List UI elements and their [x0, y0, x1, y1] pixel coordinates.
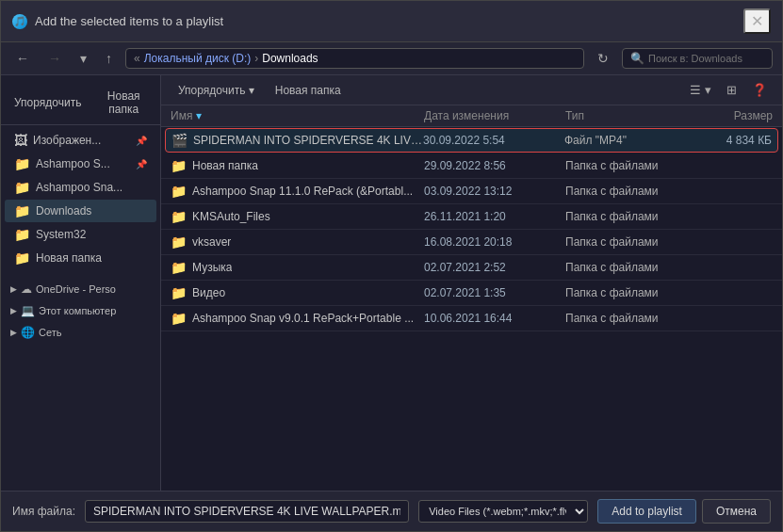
dialog-title: Add the selected items to a playlist	[35, 14, 223, 28]
group-label: OneDrive - Perso	[36, 283, 116, 295]
sidebar-group-onedrive[interactable]: ▶ ☁ OneDrive - Perso	[5, 279, 156, 299]
network-icon: 🌐	[21, 326, 35, 339]
folder-icon: 📁	[171, 184, 187, 199]
file-date: 02.07.2021 2:52	[424, 261, 565, 274]
table-row[interactable]: 🎬 SPIDERMAN INTO SPIDERVERSE 4K LIVE ...…	[165, 128, 778, 153]
table-row[interactable]: 📁 Новая папка 29.09.2022 8:56 Папка с фа…	[161, 153, 782, 179]
help-button[interactable]: ❓	[746, 80, 773, 100]
file-name: Новая папка	[192, 159, 258, 172]
search-input[interactable]	[648, 53, 764, 64]
file-name: Ashampoo Snap 11.1.0 RePack (&Portabl...	[192, 185, 413, 198]
sidebar-item-label: Новая папка	[36, 251, 147, 265]
up-button[interactable]: ↑	[100, 48, 118, 69]
folder-icon: 📁	[14, 156, 30, 171]
close-button[interactable]: ✕	[743, 8, 771, 34]
sidebar-item-label: Ashampoo Sna...	[36, 181, 147, 194]
table-row[interactable]: 📁 Видео 02.07.2021 1:35 Папка с файлами	[161, 281, 782, 306]
sort-arrow-icon: ▾	[196, 109, 202, 122]
table-row[interactable]: 📁 KMSAuto_Files 26.11.2021 1:20 Папка с …	[161, 204, 782, 230]
search-icon: 🔍	[630, 52, 644, 65]
folder-icon: 📁	[171, 158, 187, 173]
sidebar-item-novaya[interactable]: 📁 Новая папка	[5, 247, 156, 269]
new-folder-button[interactable]: Новая папка	[268, 81, 349, 100]
folder-icon: 📁	[14, 227, 30, 242]
file-date: 10.06.2021 16:44	[424, 312, 565, 325]
file-toolbar-left: Упорядочить ▾ Новая папка	[171, 81, 349, 100]
header-name[interactable]: Имя ▾	[171, 109, 424, 122]
sidebar-group-thispc[interactable]: ▶ 💻 Этот компьютер	[5, 300, 156, 321]
folder-icon: 📁	[171, 260, 187, 275]
back-button[interactable]: ←	[10, 48, 35, 69]
file-date: 30.09.2022 5:54	[423, 134, 564, 147]
app-icon: 🎵	[12, 14, 27, 29]
breadcrumb-current: Downloads	[262, 52, 318, 65]
sidebar-item-system32[interactable]: 📁 System32	[5, 223, 156, 246]
chevron-right-icon: ▶	[10, 284, 17, 294]
file-name: SPIDERMAN INTO SPIDERVERSE 4K LIVE ...	[193, 134, 423, 147]
cancel-button[interactable]: Отмена	[702, 499, 771, 524]
pin-icon: 📌	[136, 159, 147, 169]
title-bar-left: 🎵 Add the selected items to a playlist	[12, 14, 223, 29]
file-date: 03.09.2022 13:12	[424, 185, 565, 198]
breadcrumb-bar[interactable]: « Локальный диск (D:) › Downloads	[125, 48, 584, 69]
title-bar: 🎵 Add the selected items to a playlist ✕	[1, 1, 782, 42]
header-size[interactable]: Размер	[688, 109, 773, 122]
file-list: Имя ▾ Дата изменения Тип Размер 🎬 SPIDER…	[161, 105, 782, 491]
sidebar-group-network[interactable]: ▶ 🌐 Сеть	[5, 322, 156, 343]
sidebar-item-label: Downloads	[36, 204, 147, 218]
add-to-playlist-button[interactable]: Add to playlist	[597, 499, 696, 524]
file-type: Папка с файлами	[565, 286, 688, 299]
file-area: Упорядочить ▾ Новая папка ☰ ▾ ⊞ ❓ Имя	[161, 75, 782, 491]
file-type: Папка с файлами	[565, 185, 688, 198]
organize-button[interactable]: Упорядочить	[8, 87, 87, 119]
file-date: 16.08.2021 20:18	[424, 235, 565, 249]
footer-buttons: Add to playlist Отмена	[597, 499, 771, 524]
table-row[interactable]: 📁 Музыка 02.07.2021 2:52 Папка с файлами	[161, 255, 782, 281]
dropdown-button[interactable]: ▾	[74, 48, 92, 69]
sidebar-item-ashampoo1[interactable]: 📁 Ashampoo S... 📌	[5, 153, 156, 175]
header-date[interactable]: Дата изменения	[424, 109, 565, 122]
file-name: Ashampoo Snap v9.0.1 RePack+Portable ...	[192, 312, 414, 325]
file-type: Папка с файлами	[565, 210, 688, 223]
breadcrumb-separator: ›	[254, 52, 258, 65]
breadcrumb-parent[interactable]: Локальный диск (D:)	[144, 52, 252, 65]
file-name: Видео	[192, 286, 225, 299]
file-type: Папка с файлами	[565, 235, 688, 249]
file-name-cell: 📁 Новая папка	[171, 158, 424, 173]
filetype-select[interactable]: Video Files (*.webm;*.mkv;*.flv;All File…	[418, 500, 588, 523]
view-list-button[interactable]: ☰ ▾	[684, 80, 717, 100]
table-row[interactable]: 📁 vksaver 16.08.2021 20:18 Папка с файла…	[161, 230, 782, 255]
cloud-icon: ☁	[21, 282, 32, 296]
file-type: Папка с файлами	[565, 261, 688, 274]
organize-files-button[interactable]: Упорядочить ▾	[171, 81, 262, 100]
view-grid-button[interactable]: ⊞	[721, 80, 742, 100]
table-row[interactable]: 📁 Ashampoo Snap v9.0.1 RePack+Portable .…	[161, 306, 782, 331]
refresh-button[interactable]: ↻	[592, 48, 614, 69]
filename-input[interactable]	[85, 500, 409, 523]
pin-icon: 📌	[136, 136, 147, 146]
sidebar-item-downloads[interactable]: 📁 Downloads	[5, 200, 156, 222]
group-label: Этот компьютер	[39, 305, 116, 316]
table-row[interactable]: 📁 Ashampoo Snap 11.1.0 RePack (&Portabl.…	[161, 179, 782, 204]
sidebar-actions: Упорядочить Новая папка	[1, 81, 160, 125]
filename-label: Имя файла:	[12, 505, 75, 518]
chevron-right-icon: ▶	[10, 328, 17, 337]
file-date: 26.11.2021 1:20	[424, 210, 565, 223]
images-icon: 🖼	[14, 133, 27, 148]
computer-icon: 💻	[21, 304, 35, 317]
sidebar-item-ashampoo2[interactable]: 📁 Ashampoo Sna...	[5, 176, 156, 199]
file-name-cell: 🎬 SPIDERMAN INTO SPIDERVERSE 4K LIVE ...	[171, 133, 423, 148]
new-folder-sidebar-button[interactable]: Новая папка	[94, 87, 153, 119]
chevron-right-icon: ▶	[10, 306, 17, 315]
dialog-window: 🎵 Add the selected items to a playlist ✕…	[0, 0, 783, 532]
sidebar-item-label: Изображен...	[33, 134, 130, 147]
folder-icon: 📁	[14, 250, 30, 266]
folder-icon: 📁	[171, 209, 187, 224]
folder-icon: 📁	[171, 285, 187, 300]
file-type: Папка с файлами	[565, 312, 688, 325]
sidebar-item-images[interactable]: 🖼 Изображен... 📌	[5, 129, 156, 152]
forward-button[interactable]: →	[42, 48, 67, 69]
file-name: vksaver	[192, 235, 231, 249]
header-type[interactable]: Тип	[565, 109, 688, 122]
file-name: Музыка	[192, 261, 232, 274]
